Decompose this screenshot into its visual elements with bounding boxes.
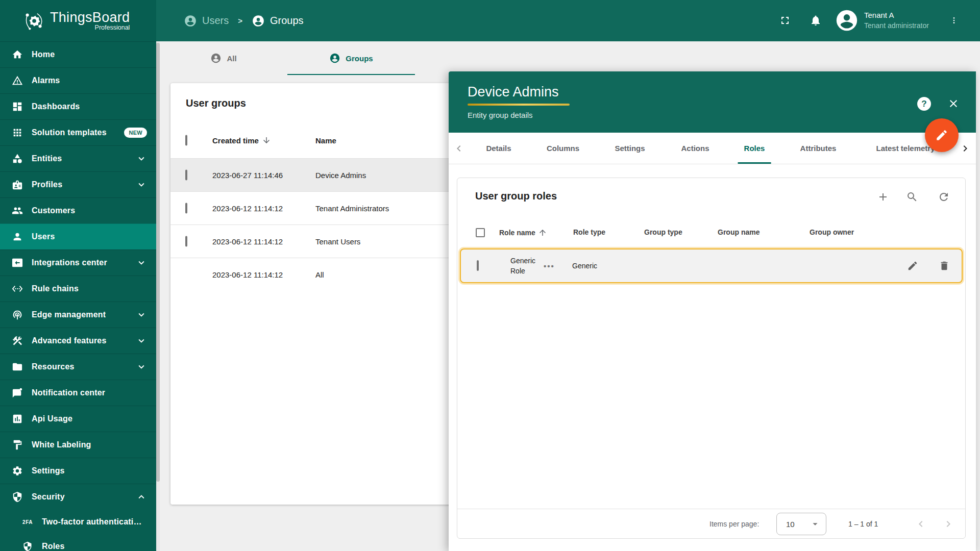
search-icon[interactable] xyxy=(906,191,918,203)
edit-pencil-icon[interactable] xyxy=(907,260,918,271)
breadcrumb-separator: > xyxy=(238,16,242,25)
sidebar-scrollbar[interactable] xyxy=(156,41,160,551)
items-per-page-label: Items per page: xyxy=(709,520,759,528)
sidebar-item-customers[interactable]: Customers xyxy=(0,197,156,223)
select-all-checkbox[interactable] xyxy=(185,135,187,146)
entity-details-panel: Device Admins Entity group details ? Det… xyxy=(449,71,976,551)
sidebar-item-solution-templates[interactable]: Solution templates NEW xyxy=(0,119,156,145)
sidebar-item-alarms[interactable]: Alarms xyxy=(0,67,156,93)
prev-page-icon[interactable] xyxy=(915,518,927,530)
role-row-checkbox[interactable] xyxy=(477,260,479,271)
breadcrumb-groups-current[interactable]: Groups xyxy=(252,14,304,28)
entities-icon xyxy=(11,153,23,165)
chevron-down-icon xyxy=(136,335,147,346)
sidebar-item-roles[interactable]: Roles xyxy=(0,534,156,551)
delete-trash-icon[interactable] xyxy=(939,260,950,271)
paint-icon xyxy=(11,439,23,451)
help-icon[interactable]: ? xyxy=(917,97,931,111)
sidebar-item-home[interactable]: Home xyxy=(0,41,156,67)
pencil-icon xyxy=(935,129,948,142)
sidebar-item-settings[interactable]: Settings xyxy=(0,458,156,484)
column-group-owner[interactable]: Group owner xyxy=(810,228,854,236)
brand-logo[interactable]: ThingsBoard Professional xyxy=(0,0,156,41)
alarm-warning-icon xyxy=(11,74,23,87)
thingsboard-app: ThingsBoard Professional Home Alarms Das… xyxy=(0,0,980,551)
roles-table-title: User group roles xyxy=(475,190,557,202)
tab-details[interactable]: Details xyxy=(486,133,511,164)
current-user[interactable]: Tenant A Tenant administrator xyxy=(864,10,929,31)
tab-roles[interactable]: Roles xyxy=(744,133,765,164)
role-type-cell: Generic xyxy=(572,262,597,270)
avatar[interactable] xyxy=(836,9,858,32)
tab-all[interactable]: All xyxy=(160,41,287,75)
sidebar-item-dashboards[interactable]: Dashboards xyxy=(0,93,156,119)
sidebar-scrollbar-thumb[interactable] xyxy=(156,43,160,482)
fullscreen-icon[interactable] xyxy=(779,14,791,27)
sidebar-item-security[interactable]: Security xyxy=(0,484,156,510)
close-icon[interactable] xyxy=(947,97,960,110)
column-role-name[interactable]: Role name xyxy=(499,228,547,237)
sidebar-item-api-usage[interactable]: Api Usage xyxy=(0,406,156,432)
account-circle-icon xyxy=(210,53,222,64)
edit-fab-button[interactable] xyxy=(925,118,959,152)
tab-columns[interactable]: Columns xyxy=(547,133,579,164)
row-checkbox[interactable] xyxy=(185,203,187,214)
account-circle-icon xyxy=(252,14,265,28)
tabs-scroll-right-icon[interactable] xyxy=(959,142,971,155)
chevron-down-icon xyxy=(136,179,147,190)
chart-box-icon xyxy=(11,413,23,425)
column-role-type[interactable]: Role type xyxy=(573,228,605,236)
column-name[interactable]: Name xyxy=(315,136,336,145)
user-icon xyxy=(11,231,23,243)
tab-attributes[interactable]: Attributes xyxy=(800,133,837,164)
title-underline xyxy=(468,104,570,106)
sidebar-item-entities[interactable]: Entities xyxy=(0,145,156,171)
row-menu-dots-icon[interactable]: ••• xyxy=(544,262,557,270)
column-group-type[interactable]: Group type xyxy=(644,228,682,236)
sidebar-item-advanced-features[interactable]: Advanced features xyxy=(0,328,156,354)
account-circle-icon xyxy=(329,53,340,64)
sidebar: ThingsBoard Professional Home Alarms Das… xyxy=(0,0,156,551)
next-page-icon[interactable] xyxy=(942,518,954,530)
sidebar-item-notification-center[interactable]: Notification center xyxy=(0,380,156,406)
column-group-name[interactable]: Group name xyxy=(718,228,760,236)
user-group-roles-card: User group roles Role name Role type Gro… xyxy=(457,178,966,539)
topbar: Users > Groups Tenant A Tenant administr… xyxy=(156,0,980,41)
sidebar-item-profiles[interactable]: Profiles xyxy=(0,171,156,197)
tab-settings[interactable]: Settings xyxy=(615,133,645,164)
notifications-bell-icon[interactable] xyxy=(810,14,822,27)
home-icon xyxy=(11,48,23,61)
chevron-down-icon xyxy=(136,361,147,372)
sidebar-item-resources[interactable]: Resources xyxy=(0,354,156,380)
more-vert-icon[interactable] xyxy=(950,14,958,27)
tab-actions[interactable]: Actions xyxy=(681,133,709,164)
column-created-time[interactable]: Created time xyxy=(212,136,271,145)
sidebar-item-integrations-center[interactable]: Integrations center xyxy=(0,249,156,276)
sidebar-item-users[interactable]: Users xyxy=(0,223,156,249)
sidebar-item-edge-management[interactable]: Edge management xyxy=(0,302,156,328)
profiles-icon xyxy=(11,179,23,191)
user-groups-title: User groups xyxy=(186,97,246,109)
tenant-role: Tenant administrator xyxy=(864,20,929,31)
refresh-icon[interactable] xyxy=(938,191,950,203)
roles-select-all-checkbox[interactable] xyxy=(476,228,485,237)
breadcrumb-users-link[interactable]: Users xyxy=(184,14,229,28)
new-badge: NEW xyxy=(124,128,147,138)
brand-name: ThingsBoard xyxy=(50,10,130,24)
two-factor-icon: 2FA xyxy=(21,516,34,528)
role-name-cell: Generic Role xyxy=(510,256,543,276)
tabs-scroll-left-icon[interactable] xyxy=(453,142,465,155)
tab-groups[interactable]: Groups xyxy=(287,41,415,75)
edge-antenna-icon xyxy=(11,309,23,321)
items-per-page-select[interactable]: 10 xyxy=(776,513,826,535)
add-icon[interactable] xyxy=(877,191,889,203)
sidebar-item-white-labeling[interactable]: White Labeling xyxy=(0,432,156,458)
row-checkbox[interactable] xyxy=(185,236,187,247)
role-row-generic-role[interactable]: Generic Role ••• Generic xyxy=(460,248,963,283)
row-checkbox[interactable] xyxy=(185,170,187,181)
sidebar-item-two-factor-auth[interactable]: 2FA Two-factor authenticati… xyxy=(0,510,156,534)
sidebar-item-rule-chains[interactable]: Rule chains xyxy=(0,276,156,302)
panel-subtitle: Entity group details xyxy=(468,111,976,119)
integrations-icon xyxy=(11,257,23,269)
sidebar-nav: Home Alarms Dashboards Solution template… xyxy=(0,41,156,551)
